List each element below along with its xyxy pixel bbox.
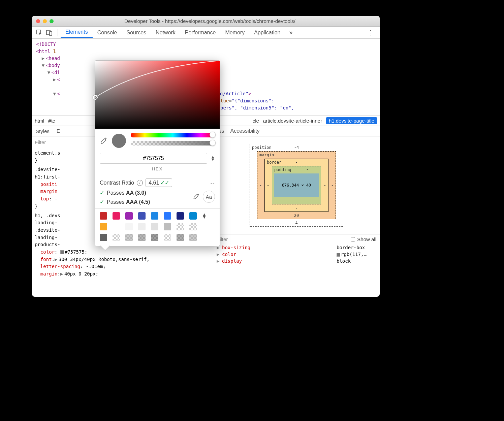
svg-rect-2	[50, 32, 52, 35]
tab-sources[interactable]: Sources	[122, 28, 151, 38]
palette-swatch[interactable]	[138, 223, 146, 230]
window-title: Developer Tools - https://developers.goo…	[56, 18, 376, 24]
subtab-next[interactable]: E	[53, 126, 63, 136]
palette-swatch[interactable]	[177, 223, 184, 230]
dom-head-tag[interactable]: <head	[46, 56, 60, 61]
palette-swatch[interactable]	[125, 212, 133, 220]
expand-icon[interactable]: ▶	[217, 252, 221, 257]
expand-icon[interactable]: ▶	[217, 258, 221, 264]
breadcrumb-item[interactable]: #tc	[48, 118, 55, 124]
slider-thumb[interactable]	[210, 140, 216, 146]
settings-menu-icon[interactable]: ⋮	[364, 29, 377, 36]
hue-slider[interactable]	[131, 133, 215, 137]
palette-swatch[interactable]	[189, 223, 197, 230]
toolbar: Elements Console Sources Network Perform…	[32, 27, 380, 39]
separator	[58, 29, 58, 36]
palette-swatch[interactable]	[100, 234, 107, 241]
contrast-ratio-value: 4.61 ✓✓	[146, 179, 172, 187]
info-icon[interactable]: i	[137, 180, 143, 186]
right-pane: ies Accessibility position -4 4 margin -…	[213, 126, 380, 296]
color-spectrum[interactable]	[95, 61, 220, 129]
subtab-styles[interactable]: Styles	[32, 126, 53, 136]
tab-elements[interactable]: Elements	[61, 27, 93, 38]
tab-console[interactable]: Console	[93, 28, 122, 38]
box-model-content: 676.344 × 40	[274, 173, 319, 197]
palette-swatch[interactable]	[164, 223, 171, 230]
breadcrumb-item[interactable]: html	[35, 118, 44, 124]
palette-swatch[interactable]	[189, 212, 197, 220]
expand-icon[interactable]: ▶	[42, 55, 46, 62]
eyedropper-icon[interactable]	[100, 137, 107, 144]
palette-swatch[interactable]	[138, 212, 146, 220]
swatch-palette: ▲▼	[95, 209, 220, 246]
slider-thumb[interactable]	[210, 132, 216, 138]
palette-swatch[interactable]	[100, 223, 107, 230]
show-all-checkbox[interactable]	[351, 237, 355, 241]
color-preview	[112, 134, 126, 148]
palette-swatch[interactable]	[113, 223, 120, 230]
spectrum-handle[interactable]	[93, 95, 98, 100]
dom-node[interactable]: <	[57, 77, 60, 82]
palette-swatch[interactable]	[164, 212, 171, 220]
text-sample-icon[interactable]: Aa	[203, 191, 215, 203]
dom-doctype: <!DOCTY	[36, 41, 56, 47]
palette-swatch[interactable]	[164, 234, 171, 241]
palette-swatch[interactable]	[151, 223, 158, 230]
tab-memory[interactable]: Memory	[220, 28, 249, 38]
palette-swatch[interactable]	[125, 223, 133, 230]
breadcrumb-item[interactable]: cle	[253, 118, 259, 124]
dom-div-tag[interactable]: <di	[52, 70, 60, 75]
tab-application[interactable]: Application	[249, 28, 285, 38]
bg-eyedropper-icon[interactable]	[193, 193, 199, 201]
zoom-window-button[interactable]	[50, 19, 54, 23]
palette-swatch[interactable]	[113, 234, 120, 241]
box-model[interactable]: position -4 4 margin - 20 - - border - -…	[213, 136, 380, 234]
computed-row[interactable]: ▶colorrgb(117,…	[213, 251, 380, 258]
collapse-icon[interactable]: ▼	[48, 69, 52, 76]
more-tabs-icon[interactable]: »	[289, 29, 292, 36]
palette-swatch[interactable]	[113, 212, 120, 220]
breadcrumb-item-selected[interactable]: h1.devsite-page-title	[326, 117, 377, 124]
palette-swatch[interactable]	[151, 234, 158, 241]
expand-icon[interactable]: ▶	[53, 76, 57, 83]
collapse-icon[interactable]: ▼	[42, 62, 46, 69]
computed-row[interactable]: ▶displayblock	[213, 258, 380, 264]
inspect-element-icon[interactable]	[35, 28, 43, 37]
subtab-accessibility[interactable]: Accessibility	[230, 128, 259, 134]
check-icon: ✓	[100, 190, 104, 196]
collapse-icon[interactable]: ▼	[53, 90, 57, 97]
collapse-contrast-icon[interactable]: ︿	[210, 180, 215, 186]
check-icon: ✓	[100, 199, 104, 205]
color-swatch-icon[interactable]	[60, 250, 64, 254]
breadcrumb-item[interactable]: article.devsite-article-inner	[263, 118, 322, 124]
palette-swatch[interactable]	[177, 212, 184, 220]
palette-swatch[interactable]	[177, 234, 184, 241]
contrast-title: Contrast Ratio	[100, 180, 134, 186]
color-swatch-icon	[337, 253, 340, 257]
device-toolbar-icon[interactable]	[45, 28, 54, 37]
alpha-slider[interactable]	[131, 141, 215, 145]
palette-swatch[interactable]	[125, 234, 133, 241]
contrast-section: Contrast Ratio i 4.61 ✓✓ ︿ ✓Passes AA (3…	[95, 175, 220, 208]
tab-performance[interactable]: Performance	[180, 28, 221, 38]
dom-html-tag[interactable]: <html	[36, 48, 50, 54]
close-window-button[interactable]	[36, 19, 40, 23]
palette-swatch[interactable]	[151, 212, 158, 220]
computed-styles: Filter Show all ▶box-sizingborder-box▶co…	[213, 234, 380, 264]
color-picker-popover: ▲▼ HEX Contrast Ratio i 4.61 ✓✓ ︿ ✓Passe…	[95, 60, 220, 246]
palette-swatch[interactable]	[189, 234, 197, 241]
palette-swatch[interactable]	[100, 212, 107, 220]
minimize-window-button[interactable]	[43, 19, 47, 23]
format-switcher-icon[interactable]: ▲▼	[211, 156, 215, 161]
hex-input[interactable]	[100, 153, 207, 164]
hex-label: HEX	[95, 166, 220, 175]
titlebar: Developer Tools - https://developers.goo…	[32, 16, 380, 27]
filter-label[interactable]: Filter	[35, 139, 46, 145]
tab-network[interactable]: Network	[151, 28, 180, 38]
palette-switcher-icon[interactable]: ▲▼	[202, 213, 210, 219]
palette-swatch[interactable]	[138, 234, 146, 241]
computed-row[interactable]: ▶box-sizingborder-box	[213, 244, 380, 251]
devtools-window: Developer Tools - https://developers.goo…	[32, 16, 380, 297]
dom-body-tag[interactable]: <body	[46, 63, 60, 68]
